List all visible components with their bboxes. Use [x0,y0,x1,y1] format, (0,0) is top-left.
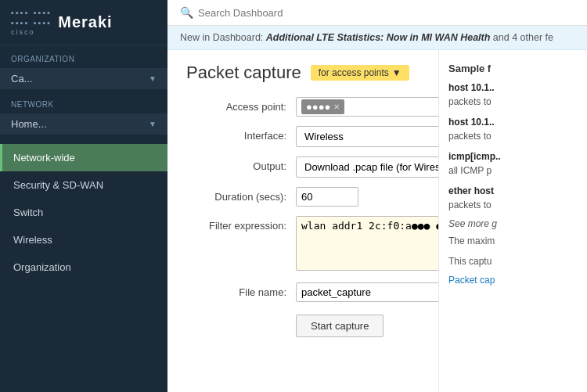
access-point-field: ●●●● ✕ [296,97,438,117]
sidebar-item-organization[interactable]: Organization [0,254,167,281]
logo-area: ▪▪▪▪ ▪▪▪▪▪▪▪▪ ▪▪▪▪ cisco Meraki [0,0,167,45]
chevron-down-icon-2: ▼ [149,120,157,128]
form-panel: Packet capture for access points ▼ Acces… [167,50,438,392]
cisco-label: cisco [11,28,52,37]
output-label: Output: [186,156,296,172]
interface-row: Interface: Wireless LAN WAN [186,126,420,147]
network-section-label: NETWORK [0,91,167,112]
start-capture-button[interactable]: Start capture [296,315,384,337]
filter-textarea[interactable]: wlan addr1 2c:f0:a●●● ●●●● [296,216,438,271]
duration-label: Duration (secs): [186,187,296,203]
duration-input[interactable] [296,187,358,207]
sidebar-item-network-wide[interactable]: Network-wide [0,144,167,171]
filter-label: Filter expression: [186,216,296,232]
sidebar-item-wireless[interactable]: Wireless [0,226,167,254]
access-point-tag: ●●●● ✕ [301,99,344,114]
chevron-down-icon-3: ▼ [392,67,402,78]
sidebar: ▪▪▪▪ ▪▪▪▪▪▪▪▪ ▪▪▪▪ cisco Meraki ORGANIZA… [0,0,167,392]
sample-item-4: ether host packets to [448,184,578,212]
interface-label: Interface: [186,126,296,142]
sample-note-1: The maxim [448,234,578,248]
topbar: 🔍 [167,0,587,26]
interface-select[interactable]: Wireless LAN WAN [296,126,438,147]
sample-item-2: host 10.1.. packets to [448,115,578,143]
chevron-down-icon: ▼ [149,74,157,83]
interface-field: Wireless LAN WAN [296,126,438,147]
access-point-input-wrap[interactable]: ●●●● ✕ [296,97,438,117]
sidebar-item-switch[interactable]: Switch [0,199,167,226]
sample-note-2: This captu [448,254,578,268]
sidebar-item-security-sd-wan[interactable]: Security & SD-WAN [0,171,167,199]
filename-input[interactable] [296,282,438,302]
page-title: Packet capture [186,63,301,83]
ap-tag-label: ●●●● [306,101,330,113]
org-dropdown[interactable]: Ca... ▼ [0,68,167,89]
sample-desc-4: packets to [448,200,492,210]
page-title-row: Packet capture for access points ▼ [186,63,420,83]
sample-desc-2: packets to [448,131,492,142]
sample-desc-3: all ICMP p [448,165,492,176]
sample-title: Sample f [448,63,578,74]
cisco-logo: ▪▪▪▪ ▪▪▪▪▪▪▪▪ ▪▪▪▪ cisco [11,8,52,37]
sidebar-item-label: Switch [13,207,43,218]
sample-code-4: ether host [448,185,494,196]
sample-desc-1: packets to [448,96,492,107]
access-points-badge-button[interactable]: for access points ▼ [311,65,409,81]
banner-suffix: and 4 other fe [490,32,553,43]
announcement-banner: New in Dashboard: Additional LTE Statist… [167,26,587,50]
sidebar-item-label: Network-wide [13,152,75,164]
badge-label: for access points [319,67,389,78]
sidebar-item-label: Wireless [13,234,52,246]
sample-code-1: host 10.1.. [448,82,495,93]
filter-row: Filter expression: wlan addr1 2c:f0:a●●●… [186,216,420,273]
filename-row: File name: [186,282,420,302]
close-icon[interactable]: ✕ [333,102,340,111]
network-dropdown[interactable]: Home... ▼ [0,113,167,135]
duration-field [296,187,420,207]
output-select[interactable]: Download .pcap file (for Wireshark) Stre… [296,156,438,178]
cisco-dots: ▪▪▪▪ ▪▪▪▪▪▪▪▪ ▪▪▪▪ [11,8,52,28]
brand-title: Meraki [58,13,112,31]
access-point-label: Access point: [186,97,296,113]
search-input[interactable] [198,7,386,19]
sidebar-item-label: Organization [13,261,71,273]
network-name: Home... [11,118,47,130]
banner-highlight: Additional LTE Statistics: Now in MI WAN… [266,32,491,43]
sample-item-1: host 10.1.. packets to [448,81,578,109]
see-more-text: See more g [448,218,578,229]
search-icon: 🔍 [180,6,193,19]
filename-field [296,282,438,302]
sample-panel: Sample f host 10.1.. packets to host 10.… [438,50,587,392]
duration-row: Duration (secs): [186,187,420,207]
packet-capture-link[interactable]: Packet cap [448,275,578,286]
sidebar-item-label: Security & SD-WAN [13,179,103,191]
filter-field: wlan addr1 2c:f0:a●●● ●●●● [296,216,438,273]
filename-label: File name: [186,282,296,298]
main-content: 🔍 New in Dashboard: Additional LTE Stati… [167,0,587,392]
access-point-row: Access point: ●●●● ✕ [186,97,420,117]
banner-prefix: New in Dashboard: [180,32,266,43]
org-section-label: ORGANIZATION [0,45,167,67]
output-field: Download .pcap file (for Wireshark) Stre… [296,156,438,178]
sample-item-3: icmp[icmp.. all ICMP p [448,149,578,178]
sample-code-3: icmp[icmp.. [448,151,501,162]
output-row: Output: Download .pcap file (for Wiresha… [186,156,420,178]
content-area: Packet capture for access points ▼ Acces… [167,50,587,392]
sample-code-2: host 10.1.. [448,117,495,128]
org-name: Ca... [11,73,32,85]
